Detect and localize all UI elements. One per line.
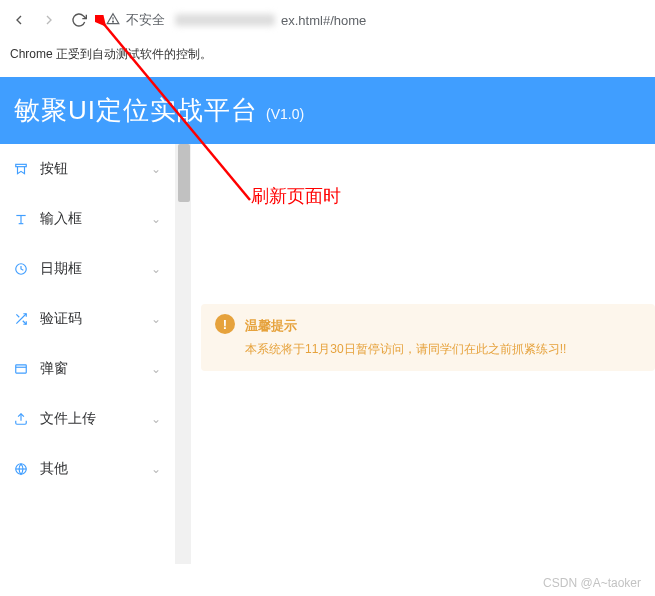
page-title: 敏聚UI定位实战平台	[14, 93, 258, 128]
sidebar-item-label: 验证码	[40, 310, 151, 328]
sidebar-item-captcha[interactable]: 验证码 ⌄	[0, 294, 175, 344]
url-blurred	[175, 14, 275, 26]
alert-message: 本系统将于11月30日暂停访问，请同学们在此之前抓紧练习!!	[245, 339, 566, 361]
alert-icon: !	[215, 314, 235, 334]
sidebar-item-dialog[interactable]: 弹窗 ⌄	[0, 344, 175, 394]
url-path: ex.html#/home	[281, 13, 366, 28]
page-header: 敏聚UI定位实战平台 (V1.0)	[0, 77, 655, 144]
scrollbar-thumb[interactable]	[178, 144, 190, 202]
forward-icon[interactable]	[40, 11, 58, 29]
page-version: (V1.0)	[266, 106, 304, 122]
warning-icon	[106, 12, 120, 29]
back-icon[interactable]	[10, 11, 28, 29]
chevron-down-icon: ⌄	[151, 262, 161, 276]
scrollbar[interactable]	[175, 144, 191, 564]
sidebar-item-date[interactable]: 日期框 ⌄	[0, 244, 175, 294]
browser-toolbar: 不安全 ex.html#/home	[0, 0, 655, 40]
alert-title: 温馨提示	[245, 314, 566, 337]
reload-icon[interactable]	[70, 11, 88, 29]
sidebar-item-input[interactable]: 输入框 ⌄	[0, 194, 175, 244]
svg-rect-10	[16, 365, 27, 373]
sidebar-item-upload[interactable]: 文件上传 ⌄	[0, 394, 175, 444]
shuffle-icon	[14, 312, 32, 326]
svg-rect-2	[16, 164, 27, 166]
sidebar-item-label: 日期框	[40, 260, 151, 278]
globe-icon	[14, 462, 32, 476]
clock-icon	[14, 262, 32, 276]
sidebar-item-other[interactable]: 其他 ⌄	[0, 444, 175, 494]
sidebar-item-button[interactable]: 按钮 ⌄	[0, 144, 175, 194]
upload-icon	[14, 412, 32, 426]
sidebar-item-label: 弹窗	[40, 360, 151, 378]
sidebar-item-label: 按钮	[40, 160, 151, 178]
svg-line-9	[16, 314, 19, 317]
sidebar-item-label: 输入框	[40, 210, 151, 228]
sidebar-item-label: 文件上传	[40, 410, 151, 428]
bookmark-icon	[14, 162, 32, 176]
main-content: 刷新页面时 ! 温馨提示 本系统将于11月30日暂停访问，请同学们在此之前抓紧练…	[191, 144, 655, 564]
security-label: 不安全	[126, 11, 165, 29]
automation-banner: Chrome 正受到自动测试软件的控制。	[0, 40, 655, 77]
chevron-down-icon: ⌄	[151, 312, 161, 326]
text-icon	[14, 212, 32, 226]
chevron-down-icon: ⌄	[151, 412, 161, 426]
chevron-down-icon: ⌄	[151, 162, 161, 176]
sidebar-item-label: 其他	[40, 460, 151, 478]
alert-banner: ! 温馨提示 本系统将于11月30日暂停访问，请同学们在此之前抓紧练习!!	[201, 304, 655, 371]
address-bar[interactable]: 不安全 ex.html#/home	[106, 11, 366, 29]
annotation-text: 刷新页面时	[251, 184, 341, 208]
window-icon	[14, 362, 32, 376]
chevron-down-icon: ⌄	[151, 362, 161, 376]
watermark: CSDN @A~taoker	[543, 576, 641, 590]
svg-point-1	[113, 21, 114, 22]
sidebar: 按钮 ⌄ 输入框 ⌄ 日期框 ⌄ 验证码 ⌄ 弹窗 ⌄ 文件上传 ⌄	[0, 144, 175, 564]
chevron-down-icon: ⌄	[151, 462, 161, 476]
chevron-down-icon: ⌄	[151, 212, 161, 226]
